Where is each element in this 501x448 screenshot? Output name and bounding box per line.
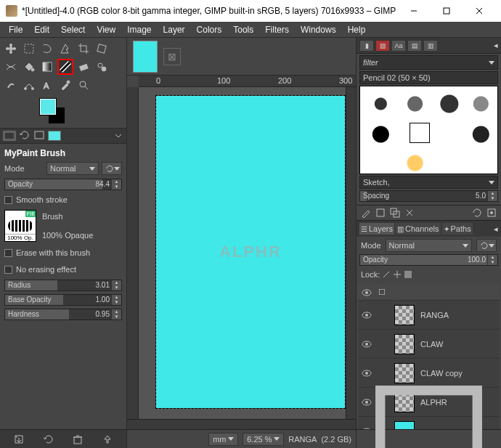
tool-rotate[interactable] <box>94 41 110 57</box>
tool-color-picker[interactable] <box>57 77 73 93</box>
mode-reset[interactable] <box>102 162 122 175</box>
base-opacity-slider[interactable]: Base Opacity1.00▲▼ <box>4 294 122 306</box>
layer-name[interactable]: RANGA <box>420 311 497 319</box>
tool-bucket[interactable] <box>21 59 37 75</box>
restore-preset-icon[interactable] <box>43 433 54 445</box>
tab-paths[interactable]: ✦Paths <box>442 223 473 235</box>
new-brush-icon[interactable] <box>375 208 386 218</box>
tab-channels[interactable]: ▥Channels <box>396 223 440 235</box>
refresh-brush-icon[interactable] <box>472 208 482 218</box>
hardness-slider[interactable]: Hardness0.95▲▼ <box>4 309 122 320</box>
scrollbar-vertical[interactable] <box>346 87 356 419</box>
erase-checkbox[interactable] <box>4 249 12 257</box>
smooth-stroke-checkbox[interactable] <box>4 196 12 204</box>
tool-rect-select[interactable] <box>21 41 37 57</box>
spacing-slider[interactable]: Spacing5.0▲▼ <box>359 190 498 202</box>
tool-eraser[interactable] <box>76 59 91 75</box>
new-layer-icon[interactable] <box>361 371 497 448</box>
tool-path[interactable] <box>21 77 37 93</box>
layers-footer <box>357 429 501 448</box>
menu-filters[interactable]: Filters <box>259 23 295 36</box>
ruler-horizontal[interactable]: 0 100 200 300 <box>139 76 356 87</box>
duplicate-brush-icon[interactable] <box>390 208 400 218</box>
tool-text[interactable]: A <box>39 77 55 93</box>
tool-crop[interactable] <box>76 41 91 57</box>
image-tab-thumb[interactable] <box>133 41 158 73</box>
menu-help[interactable]: Help <box>342 23 372 36</box>
undo-history-icon[interactable] <box>19 130 30 142</box>
tool-mypaint-brush[interactable] <box>57 59 73 75</box>
lock-pixels-icon[interactable] <box>382 270 391 279</box>
delete-preset-icon[interactable] <box>72 433 84 445</box>
tool-warp[interactable] <box>3 59 19 75</box>
lock-alpha-icon[interactable] <box>404 270 412 279</box>
images-dock-icon[interactable] <box>33 130 45 142</box>
unit-dropdown[interactable]: mm <box>208 433 238 446</box>
layer-name[interactable]: CLAW <box>420 340 497 349</box>
close-button[interactable] <box>463 0 495 22</box>
menu-image[interactable]: Image <box>121 23 157 36</box>
tool-clone[interactable] <box>94 59 110 75</box>
layer-mode-reset[interactable] <box>476 239 497 252</box>
dock-menu-layers[interactable]: ◂ <box>494 224 498 234</box>
reset-preset-icon[interactable] <box>102 433 113 445</box>
brush-preset-dropdown[interactable]: Sketch, <box>359 176 498 189</box>
tool-smudge[interactable] <box>3 77 19 93</box>
brush-preview[interactable]: Fill 100% Op. <box>4 210 36 242</box>
fg-color-swatch[interactable] <box>40 99 56 115</box>
canvas[interactable]: ALPHR <box>139 87 346 419</box>
menu-select[interactable]: Select <box>55 23 91 36</box>
svg-rect-5 <box>97 44 106 53</box>
canvas-page[interactable]: ALPHR <box>156 96 345 408</box>
dock-menu-left[interactable] <box>113 131 123 141</box>
layer-mode-dropdown[interactable]: Normal <box>386 239 472 252</box>
menu-view[interactable]: View <box>91 23 121 36</box>
tool-move[interactable] <box>3 41 19 57</box>
patterns-tab[interactable]: ▨ <box>375 40 390 52</box>
doc-tab[interactable]: ▥ <box>423 40 438 52</box>
eye-icon[interactable] <box>361 309 372 321</box>
dock-tab-options[interactable] <box>3 131 16 141</box>
fonts-tab[interactable]: Aa <box>391 40 406 52</box>
brush-name-field[interactable]: Pencil 02 (50 × 50) <box>359 71 498 84</box>
dock-menu-brushes[interactable]: ◂ <box>494 41 498 50</box>
image-dock-tab[interactable] <box>48 131 61 141</box>
eye-icon[interactable] <box>361 338 372 350</box>
minimize-button[interactable] <box>397 0 430 22</box>
radius-slider[interactable]: Radius3.01▲▼ <box>4 280 122 291</box>
opacity-slider[interactable]: Opacity 84.4 ▲▼ <box>4 179 122 190</box>
tool-gradient[interactable] <box>39 59 55 75</box>
brush-grid[interactable] <box>359 86 498 174</box>
tool-free-select[interactable] <box>39 41 55 57</box>
brush-filter-input[interactable]: filter <box>359 55 498 70</box>
delete-brush-icon[interactable] <box>404 208 415 218</box>
menu-tools[interactable]: Tools <box>227 23 259 36</box>
edit-brush-icon[interactable] <box>361 208 371 218</box>
scrollbar-horizontal[interactable] <box>127 419 356 429</box>
svg-rect-8 <box>80 64 88 70</box>
zoom-dropdown[interactable]: 6.25 % <box>243 433 284 446</box>
color-swatches[interactable] <box>40 99 126 128</box>
mode-dropdown[interactable]: Normal <box>46 162 99 175</box>
tool-measure[interactable] <box>76 77 91 93</box>
tool-fuzzy-select[interactable] <box>57 41 73 57</box>
menu-layer[interactable]: Layer <box>158 23 191 36</box>
layer-list-header: ☐ <box>358 285 500 301</box>
menu-file[interactable]: File <box>3 23 28 36</box>
layer-opacity-slider[interactable]: Opacity100.0▲▼ <box>359 254 498 266</box>
lock-position-icon[interactable] <box>393 270 402 279</box>
no-erase-checkbox[interactable] <box>4 266 12 274</box>
menu-edit[interactable]: Edit <box>28 23 55 36</box>
menu-colors[interactable]: Colors <box>191 23 228 36</box>
layer-row[interactable]: RANGA <box>358 301 500 330</box>
save-preset-icon[interactable] <box>13 433 25 445</box>
menu-windows[interactable]: Windows <box>295 23 342 36</box>
ruler-vertical[interactable] <box>127 87 139 419</box>
image-tab-close[interactable]: ⊠ <box>163 48 181 65</box>
tab-layers[interactable]: ☰Layers <box>359 223 394 235</box>
layer-row[interactable]: CLAW <box>358 330 500 359</box>
brushes-tab[interactable]: ▮ <box>359 40 374 52</box>
history-tab[interactable]: ▤ <box>407 40 422 52</box>
maximize-button[interactable] <box>430 0 463 22</box>
open-as-image-icon[interactable] <box>486 208 497 218</box>
